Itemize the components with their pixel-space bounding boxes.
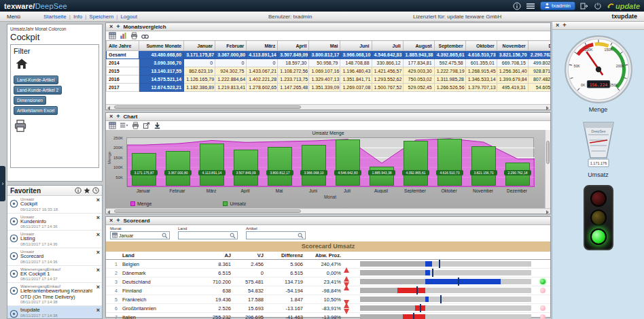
close-icon[interactable]: × — [109, 24, 113, 30]
chart-bar[interactable]: 3.800.812,17 — [268, 147, 292, 186]
column-header[interactable]: Dez — [528, 41, 550, 51]
column-header[interactable]: Juli — [372, 41, 403, 51]
table-row[interactable]: 201712.674.523,211.182.386,891.219.813,4… — [107, 84, 551, 92]
print-icon[interactable] — [132, 122, 139, 129]
chart-bar[interactable]: 4.616.510,73 — [437, 139, 462, 186]
favorite-item[interactable]: UmsatzListing08/11/2017 17:14:36× — [7, 231, 102, 248]
favorite-item[interactable]: UmsatzCockpit09/12/2017 16:33:18× — [7, 196, 102, 214]
chart-bar[interactable]: 4.113.891,14 — [200, 144, 224, 186]
list-dropdown-icon[interactable] — [120, 122, 128, 129]
favorite-item[interactable]: txupdate08/11/2017 17:14:38× — [7, 306, 102, 318]
chart-bar[interactable]: 3.367.000,80 — [166, 151, 190, 186]
scrollbar-thumb[interactable] — [546, 141, 550, 164]
horizontal-scrollbar[interactable] — [106, 104, 550, 110]
land-search-input[interactable] — [178, 231, 238, 239]
download-icon[interactable] — [154, 122, 161, 129]
menu-link-logout[interactable]: Logout — [120, 14, 137, 20]
menu-link-info[interactable]: Info — [73, 14, 82, 20]
column-header[interactable]: Alle Jahre — [107, 41, 139, 51]
chart-bar[interactable]: 3.821.156,70 — [471, 146, 496, 186]
scorecard-row[interactable]: 3Deutschland710.200575.481134.71923,41% — [106, 278, 550, 286]
column-header[interactable]: Summe Monate — [139, 41, 184, 51]
binoculars-icon[interactable] — [141, 32, 149, 39]
favorite-remove-button[interactable]: × — [96, 307, 100, 314]
table-row[interactable]: 20143.090.306,7000018.597,3050.958,79148… — [107, 59, 551, 67]
col-abw[interactable]: Abw. Proz. — [306, 252, 344, 258]
favorite-remove-button[interactable]: × — [96, 232, 100, 238]
monat-select[interactable]: Januar — [110, 231, 170, 239]
scrollbar-thumb[interactable] — [114, 209, 301, 213]
col-vj[interactable]: VJ — [234, 252, 266, 258]
chart-icon[interactable] — [120, 32, 127, 39]
column-header[interactable]: April — [278, 41, 309, 51]
col-aj[interactable]: AJ — [196, 252, 234, 258]
info-icon[interactable] — [513, 1, 522, 10]
table-icon[interactable] — [109, 122, 116, 129]
legend-item-umsatz[interactable]: Umsatz — [223, 201, 246, 206]
column-header[interactable]: Mai — [309, 41, 340, 51]
artikel-search-input[interactable] — [246, 231, 306, 239]
favorite-remove-button[interactable]: × — [96, 197, 100, 203]
filter-button[interactable]: Dimensionen — [14, 96, 46, 105]
favorite-remove-button[interactable]: × — [96, 215, 100, 221]
home-icon[interactable] — [14, 57, 29, 73]
table-row[interactable]: 201614.575.521,141.126.165,791.222.884,6… — [107, 75, 551, 84]
scorecard-row[interactable]: 2Dänemark6.51506.5150,00% — [106, 269, 550, 278]
chart-bar[interactable]: 3.507.849,09 — [234, 150, 258, 186]
column-header[interactable]: November — [497, 41, 528, 51]
table-row[interactable]: 201513.140.317,55862.623,19924.302,751.4… — [107, 67, 551, 75]
table-row[interactable]: Gesamt43.480.668,603.171.175,873.367.000… — [107, 51, 551, 59]
scorecard-row[interactable]: 4Finnland63854.832-54.194-98,84% — [106, 286, 550, 295]
scrollbar-thumb[interactable] — [114, 105, 301, 109]
column-header[interactable]: September — [434, 41, 465, 51]
scorecard-row[interactable]: 1Belgien8.3612.4565.906240,47% — [106, 260, 550, 269]
close-icon[interactable]: × — [109, 114, 113, 120]
column-header[interactable]: Februar — [215, 41, 247, 51]
close-icon[interactable]: × — [109, 218, 113, 224]
info-icon[interactable] — [75, 187, 82, 194]
chart-bar[interactable]: 3.966.068,10 — [302, 145, 326, 186]
favorite-item[interactable]: UmsatzScorecard08/11/2017 17:14:36× — [7, 248, 102, 266]
menu-dropdown[interactable]: Menü — [7, 14, 20, 20]
menu-link-startseite[interactable]: Startseite — [43, 14, 67, 20]
print-icon[interactable] — [130, 32, 138, 39]
table-icon[interactable] — [109, 32, 116, 39]
add-icon[interactable]: + — [562, 22, 566, 29]
hamburger-menu-icon[interactable] — [526, 1, 535, 10]
favorite-remove-button[interactable]: × — [96, 250, 100, 256]
chart-bar[interactable]: 2.290.762,18 — [505, 163, 530, 186]
filter-button[interactable]: Artikelstamm Excel — [14, 106, 58, 115]
vertical-scrollbar[interactable] — [545, 130, 550, 209]
export-icon[interactable] — [143, 122, 150, 129]
star-icon[interactable] — [84, 187, 90, 194]
scorecard-row[interactable]: 6Großbritannien2.52615.693-13.167-83,91% — [106, 304, 550, 313]
col-differenz[interactable]: Differenz — [266, 252, 306, 258]
scorecard-row[interactable]: 5Frankreich19.43617.5881.84710,50% — [106, 295, 550, 304]
column-header[interactable]: Oktober — [465, 41, 497, 51]
column-header[interactable]: Juni — [340, 41, 372, 51]
clock-icon[interactable] — [92, 187, 99, 194]
favorite-item[interactable]: WareneingangEinkaufLieferantenbewertung … — [7, 283, 102, 306]
column-header[interactable]: März — [247, 41, 278, 51]
add-icon[interactable]: + — [116, 24, 120, 30]
sidebar-collapse-handle[interactable]: › — [0, 166, 5, 201]
column-header[interactable]: August — [403, 41, 434, 51]
close-icon[interactable]: × — [556, 22, 559, 29]
col-land[interactable]: Land — [121, 252, 196, 258]
filter-button[interactable]: Land-Kunde-Artikel — [14, 75, 58, 84]
favorite-item[interactable]: WareneingangEinkaufEK Cockpit 108/11/201… — [7, 266, 102, 284]
logout-icon[interactable] — [580, 1, 589, 10]
favorite-item[interactable]: UmsatzKundeninfo08/11/2017 17:14:36× — [7, 214, 102, 231]
chart-bar[interactable]: 1.885.943,38 — [370, 167, 394, 186]
horizontal-scrollbar[interactable] — [106, 208, 550, 214]
menu-link-speichern[interactable]: Speichern — [89, 14, 113, 20]
add-icon[interactable]: + — [116, 114, 120, 120]
user-menu-button[interactable]: txadmin — [540, 1, 575, 10]
power-icon[interactable] — [594, 1, 603, 10]
column-header[interactable]: Januar — [184, 41, 215, 51]
favorite-remove-button[interactable]: × — [96, 267, 100, 273]
legend-item-menge[interactable]: Menge — [130, 201, 151, 206]
chart-bar[interactable]: 4.546.642,83 — [336, 139, 360, 186]
print-icon[interactable] — [14, 119, 27, 135]
chart-bar[interactable]: 4.392.865,61 — [404, 141, 428, 186]
